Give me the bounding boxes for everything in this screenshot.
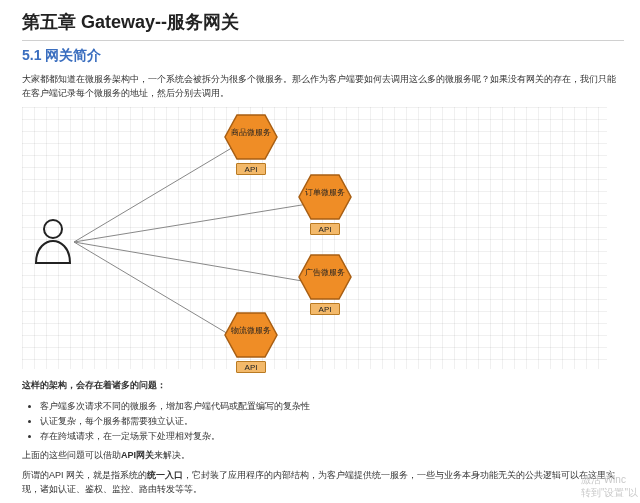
api-tag: API: [310, 223, 340, 235]
architecture-diagram: 商品微服务 API 订单微服务 API 广告微服务 API 物流微服务 API: [22, 107, 607, 369]
divider: [22, 40, 624, 41]
service-label: 广告微服务: [297, 269, 353, 277]
issues-list: 客户端多次请求不同的微服务，增加客户端代码或配置编写的复杂性 认证复杂，每个服务…: [40, 399, 624, 445]
service-node-product: 商品微服务 API: [218, 113, 284, 175]
hexagon-icon: 物流微服务: [223, 311, 279, 359]
list-item: 认证复杂，每个服务都需要独立认证。: [40, 414, 624, 429]
issues-heading: 这样的架构，会存在着诸多的问题：: [22, 379, 624, 393]
connection-lines: [22, 107, 607, 369]
intro-paragraph: 大家都都知道在微服务架构中，一个系统会被拆分为很多个微服务。那么作为客户端要如何…: [22, 73, 624, 101]
svg-line-1: [74, 203, 314, 242]
svg-line-3: [74, 242, 240, 341]
text: 所谓的API 网关，就是指系统的: [22, 470, 147, 480]
svg-line-0: [74, 143, 240, 242]
list-item: 存在跨域请求，在一定场景下处理相对复杂。: [40, 429, 624, 444]
chapter-title: 第五章 Gateway--服务网关: [22, 10, 624, 34]
text: 来解决。: [154, 450, 190, 460]
service-node-order: 订单微服务 API: [292, 173, 358, 235]
list-item: 客户端多次请求不同的微服务，增加客户端代码或配置编写的复杂性: [40, 399, 624, 414]
bold-text: API网关: [121, 450, 154, 460]
service-label: 物流微服务: [223, 327, 279, 335]
hexagon-icon: 广告微服务: [297, 253, 353, 301]
text: 上面的这些问题可以借助: [22, 450, 121, 460]
bold-text: 统一入口: [147, 470, 183, 480]
service-node-logistics: 物流微服务 API: [218, 311, 284, 373]
section-title: 5.1 网关简介: [22, 47, 624, 65]
hexagon-icon: 商品微服务: [223, 113, 279, 161]
resolution-paragraph: 上面的这些问题可以借助API网关来解决。: [22, 449, 624, 463]
client-user-icon: [32, 217, 74, 265]
hexagon-icon: 订单微服务: [297, 173, 353, 221]
api-tag: API: [236, 361, 266, 373]
api-tag: API: [236, 163, 266, 175]
service-label: 商品微服务: [223, 129, 279, 137]
api-tag: API: [310, 303, 340, 315]
service-label: 订单微服务: [297, 189, 353, 197]
service-node-ad: 广告微服务 API: [292, 253, 358, 315]
closing-paragraph: 所谓的API 网关，就是指系统的统一入口，它封装了应用程序的内部结构，为客户端提…: [22, 469, 624, 497]
svg-point-4: [44, 220, 62, 238]
svg-line-2: [74, 242, 314, 283]
